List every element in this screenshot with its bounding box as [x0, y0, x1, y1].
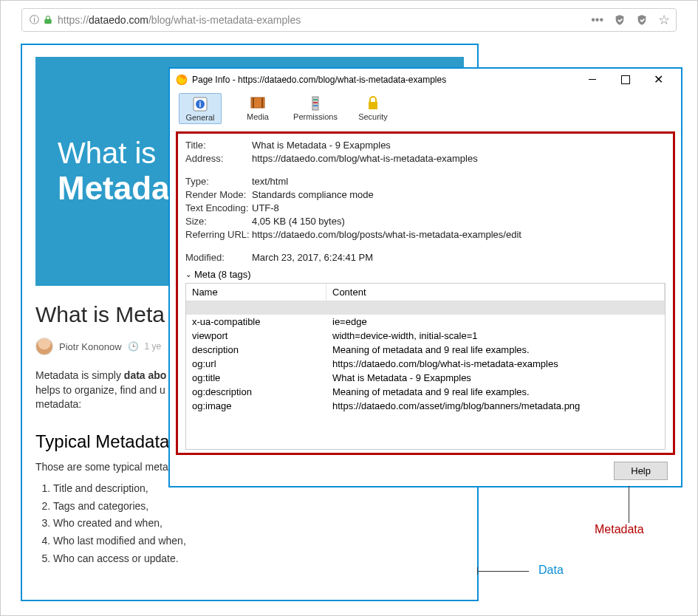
chevron-down-icon: ⌄ — [185, 270, 191, 278]
row-rendermode-value: Standards compliance mode — [252, 189, 666, 200]
meta-col-content[interactable]: Content — [326, 284, 665, 301]
callout-data: Data — [538, 564, 564, 577]
meta-section-toggle[interactable]: ⌄ Meta (8 tags) — [185, 269, 666, 280]
dialog-toolbar: i General Media Permissions Security — [170, 90, 681, 131]
close-button[interactable]: ✕ — [642, 69, 675, 90]
callout-line-data — [479, 571, 529, 572]
address-bar[interactable]: ⓘ https://dataedo.com/blog/what-is-metad… — [21, 8, 677, 32]
row-encoding-value: UTF-8 — [252, 202, 666, 213]
row-modified-value: March 23, 2017, 6:24:41 PM — [252, 252, 666, 263]
help-button[interactable]: Help — [614, 462, 668, 480]
page-info-dialog: Page Info - https://dataedo.com/blog/wha… — [168, 67, 682, 487]
window-titlebar[interactable]: Page Info - https://dataedo.com/blog/wha… — [170, 69, 681, 90]
svg-rect-8 — [313, 99, 318, 100]
info-icon[interactable]: ⓘ — [28, 14, 40, 26]
callout-tick-data — [477, 567, 478, 575]
bookmark-star-icon[interactable]: ☆ — [658, 12, 670, 28]
row-address-value: https://dataedo.com/blog/what-is-metadat… — [252, 153, 666, 164]
row-referrer-label: Referring URL: — [185, 229, 252, 240]
meta-content: https://dataedo.com/blog/what-is-metadat… — [326, 357, 665, 371]
row-size-value: 4,05 KB (4 150 bytes) — [252, 216, 666, 227]
callout-metadata: Metadata — [595, 523, 644, 536]
svg-rect-10 — [313, 105, 318, 106]
svg-rect-5 — [253, 97, 254, 108]
row-rendermode-label: Render Mode: — [185, 189, 252, 200]
table-row[interactable]: viewportwidth=device-width, initial-scal… — [186, 329, 665, 343]
table-row[interactable]: descriptionMeaning of metadata and 9 rea… — [186, 343, 665, 357]
table-row[interactable]: og:titleWhat is Metadata - 9 Exapmples — [186, 371, 665, 385]
list-item: Who created and when, — [53, 515, 464, 533]
meta-content: Meaning of metadata and 9 real life exam… — [326, 385, 665, 399]
meta-name: og:description — [186, 385, 326, 399]
lock-icon — [43, 15, 53, 25]
meta-table[interactable]: Name Content x-ua-compatibleie=edgeviewp… — [185, 283, 666, 450]
window-title: Page Info - https://dataedo.com/blog/wha… — [192, 75, 446, 85]
meta-content: width=device-width, initial-scale=1 — [326, 329, 665, 343]
meta-name: x-ua-compatible — [186, 315, 326, 329]
dialog-footer: Help — [170, 455, 681, 486]
firefox-icon — [176, 74, 188, 86]
meta-name: description — [186, 343, 326, 357]
info-grid: Title:What is Metadata - 9 Exapmples Add… — [185, 140, 666, 263]
row-referrer-value: https://dataedo.com/blog/posts/what-is-m… — [252, 229, 666, 240]
list-item: Who last modified and when, — [53, 533, 464, 550]
minimize-button[interactable] — [575, 69, 609, 90]
row-title-value: What is Metadata - 9 Exapmples — [252, 140, 666, 151]
meta-name: viewport — [186, 329, 326, 343]
list-item: Who can access or update. — [53, 550, 464, 568]
svg-rect-9 — [313, 102, 318, 103]
pocket-icon[interactable] — [614, 14, 626, 26]
media-icon — [249, 95, 267, 112]
metadata-list: Title and description,Tags and categorie… — [35, 480, 464, 568]
meta-name: og:image — [186, 399, 326, 413]
clock-icon: 🕒 — [128, 341, 139, 352]
security-icon — [364, 95, 382, 112]
pocket-icon-2[interactable] — [636, 14, 648, 26]
row-modified-label: Modified: — [185, 252, 252, 263]
table-row[interactable]: og:imagehttps://dataedo.com/asset/img/bl… — [186, 399, 665, 413]
row-type-value: text/html — [252, 176, 666, 187]
maximize-button[interactable] — [609, 69, 642, 90]
table-row[interactable]: og:descriptionMeaning of metadata and 9 … — [186, 385, 665, 399]
tab-security[interactable]: Security — [352, 93, 394, 123]
callout-line-metadata — [629, 486, 629, 523]
meta-content: https://dataedo.com/asset/img/blog/banne… — [326, 399, 665, 413]
row-encoding-label: Text Encoding: — [185, 202, 252, 213]
meta-content: ie=edge — [326, 315, 665, 329]
time-ago: 1 ye — [145, 341, 162, 352]
tab-media[interactable]: Media — [236, 93, 279, 123]
permissions-icon — [307, 95, 324, 112]
meta-name: og:title — [186, 371, 326, 385]
meta-content: Meaning of metadata and 9 real life exam… — [326, 343, 665, 357]
row-size-label: Size: — [185, 216, 252, 227]
meta-content: What is Metadata - 9 Exapmples — [326, 371, 665, 385]
row-address-label: Address: — [185, 153, 252, 164]
url-text[interactable]: https://dataedo.com/blog/what-is-metadat… — [58, 14, 301, 26]
svg-rect-6 — [261, 97, 263, 108]
metadata-region: Title:What is Metadata - 9 Exapmples Add… — [176, 131, 675, 455]
svg-text:i: i — [199, 100, 202, 109]
row-title-label: Title: — [185, 140, 252, 151]
avatar — [35, 338, 53, 355]
author-name[interactable]: Piotr Kononow — [59, 341, 122, 352]
table-row[interactable]: x-ua-compatibleie=edge — [186, 315, 665, 329]
page-actions-icon[interactable]: ••• — [591, 13, 603, 27]
row-type-label: Type: — [185, 176, 252, 187]
meta-selected-row[interactable] — [186, 301, 665, 315]
table-row[interactable]: og:urlhttps://dataedo.com/blog/what-is-m… — [186, 357, 665, 371]
meta-col-name[interactable]: Name — [186, 284, 326, 301]
meta-name: og:url — [186, 357, 326, 371]
list-item: Tags and categories, — [53, 498, 464, 516]
tab-general[interactable]: i General — [179, 93, 222, 124]
general-icon: i — [191, 95, 209, 113]
tab-permissions[interactable]: Permissions — [294, 93, 337, 123]
